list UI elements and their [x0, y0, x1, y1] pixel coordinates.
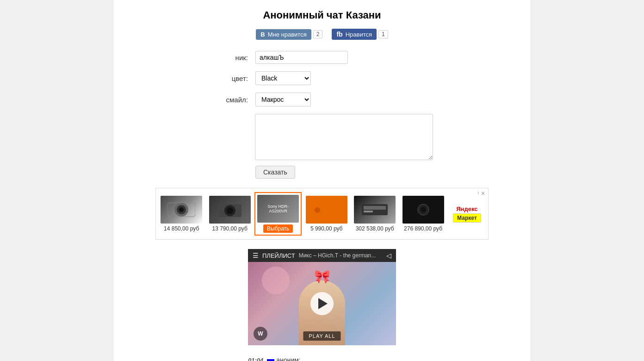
ad-info: i — [478, 190, 479, 195]
nick-label: ник: — [211, 54, 248, 62]
video-header-left: ☰ ПЛЕЙЛИСТ Микс – HGich.T - the german..… — [253, 252, 376, 259]
page-title: Анонимный чат Казани — [123, 9, 521, 21]
video-thumbnail[interactable]: 🎀 W PLAY ALL — [248, 262, 396, 345]
vk-like-text: Мне нравится — [268, 31, 307, 38]
ad-image — [209, 196, 251, 224]
ad-price: 302 538,00 руб — [356, 225, 394, 232]
ad-item[interactable]: 13 790,00 руб — [206, 193, 253, 234]
chat-row: 01:04 аноним: — [248, 355, 396, 361]
ad-item[interactable]: 302 538,00 руб — [351, 193, 398, 234]
play-icon — [318, 298, 328, 309]
fb-like-text: Нравится — [346, 31, 372, 38]
svg-point-2 — [179, 207, 184, 212]
video-section: ☰ ПЛЕЙЛИСТ Микс – HGich.T - the german..… — [248, 249, 396, 345]
fb-count: 1 — [378, 30, 388, 38]
color-label: цвет: — [211, 75, 248, 82]
nick-row: ник: — [211, 51, 433, 64]
ad-item[interactable]: 14 850,00 руб — [158, 193, 205, 234]
yandex-market[interactable]: Яндекс Маркет — [448, 205, 486, 223]
ad-image: Sony HDR-AS200VR — [257, 195, 299, 223]
svg-point-14 — [421, 207, 426, 212]
ad-price: 14 850,00 руб — [164, 225, 199, 232]
ad-price: 5 990,00 руб — [310, 225, 343, 232]
ad-close[interactable]: ✕ — [481, 190, 485, 197]
vk-like-button[interactable]: В Мне нравится — [256, 29, 311, 40]
video-title: Микс – HGich.T - the german... — [299, 252, 376, 259]
ad-item[interactable]: 276 890,00 руб — [399, 193, 446, 234]
ad-item-highlighted[interactable]: Sony HDR-AS200VR Выбрать — [254, 192, 302, 236]
color-row: цвет: Black Red Blue Green Orange — [211, 71, 433, 85]
smile-row: смайл: Макрос Стандарт Цветной — [211, 93, 433, 106]
video-section-wrapper: ☰ ПЛЕЙЛИСТ Микс – HGich.T - the german..… — [123, 249, 521, 361]
chat-user: аноним: — [276, 356, 300, 361]
fb-like-button[interactable]: fb Нравится — [332, 29, 377, 40]
yandex-logo: Яндекс — [456, 205, 477, 212]
playlist-icon: ☰ — [253, 252, 259, 259]
ad-image — [354, 196, 396, 224]
ad-image — [402, 196, 444, 224]
chat-time: 01:04 — [248, 357, 263, 361]
play-all-button[interactable]: PLAY ALL — [303, 331, 341, 341]
share-icon[interactable]: ◁ — [386, 252, 391, 259]
nick-input[interactable] — [255, 51, 348, 64]
ad-price-highlighted[interactable]: Выбрать — [263, 224, 293, 233]
russia-flag — [267, 357, 274, 361]
message-row — [211, 114, 433, 160]
ad-image — [306, 196, 347, 224]
smile-select[interactable]: Макрос Стандарт Цветной — [255, 93, 311, 106]
svg-point-8 — [315, 207, 320, 213]
svg-point-6 — [227, 207, 233, 214]
ad-banner: i ✕ 14 850,00 руб — [155, 188, 489, 240]
submit-button[interactable]: Сказать — [255, 166, 295, 179]
svg-rect-11 — [364, 211, 373, 212]
vk-icon: В — [260, 31, 265, 38]
ad-price: 13 790,00 руб — [212, 225, 248, 232]
market-badge: Маркет — [453, 213, 481, 223]
playlist-label: ПЛЕЙЛИСТ — [262, 252, 295, 259]
ad-price: 276 890,00 руб — [404, 225, 442, 232]
chat-form: ник: цвет: Black Red Blue Green Orange с… — [123, 51, 521, 179]
social-buttons: В Мне нравится 2 fb Нравится 1 — [123, 29, 521, 40]
warner-logo: W — [254, 327, 267, 341]
video-header: ☰ ПЛЕЙЛИСТ Микс – HGich.T - the german..… — [248, 249, 396, 262]
ad-image — [161, 196, 202, 224]
svg-rect-10 — [364, 206, 386, 210]
smile-label: смайл: — [211, 96, 248, 104]
fb-icon: fb — [336, 31, 342, 38]
color-select[interactable]: Black Red Blue Green Orange — [255, 71, 311, 85]
ad-item[interactable]: 5 990,00 руб — [303, 193, 350, 234]
play-button[interactable] — [310, 292, 334, 315]
submit-row: Сказать — [211, 166, 433, 179]
vk-count: 2 — [313, 30, 323, 38]
message-textarea[interactable] — [255, 114, 433, 160]
